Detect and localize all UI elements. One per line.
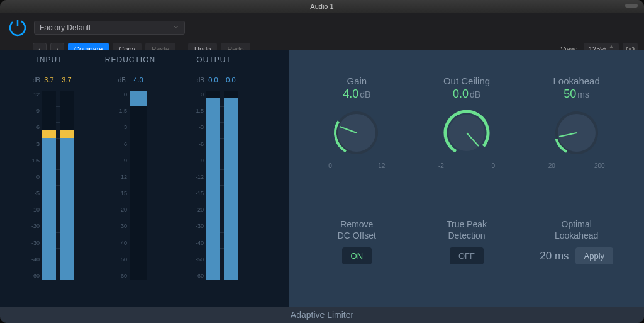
gain-value: 4.0dB — [343, 88, 370, 101]
chevron-down-icon: ﹀ — [173, 23, 179, 32]
reduction-bar — [130, 91, 147, 280]
lookahead-value: 50ms — [564, 88, 589, 101]
input-left-value: 3.7 — [40, 76, 58, 84]
gain-label: Gain — [347, 76, 367, 86]
input-meter-title: INPUT — [37, 55, 63, 65]
dc-offset-toggle[interactable]: ON — [342, 247, 372, 264]
input-scale: 129631.50-5-10-20-30-40-60 — [26, 91, 42, 280]
toolbar: Factory Default ﹀ ‹ › Compare Copy Paste… — [0, 13, 644, 50]
window-title: Audio 1 — [310, 3, 333, 10]
input-bar-right — [60, 91, 74, 280]
lookahead-label: Lookahead — [553, 76, 600, 86]
ceiling-label: Out Ceiling — [443, 76, 490, 86]
output-bars — [206, 91, 238, 280]
output-bar-right — [224, 91, 238, 280]
reduction-meter-title: REDUCTION — [105, 55, 155, 65]
gain-knob[interactable] — [331, 107, 382, 159]
optimal-lookahead-value: 20 ms — [540, 250, 569, 263]
reduction-bars — [130, 91, 147, 280]
reduction-scale: 01.536912152030405060 — [113, 91, 130, 280]
plugin-name-footer: Adaptive Limiter — [0, 307, 644, 323]
input-bars — [42, 91, 74, 280]
output-meter-title: OUTPUT — [196, 55, 231, 65]
true-peak-label: True PeakDetection — [447, 218, 487, 241]
meters-panel: INPUT dB 3.7 3.7 129631.50-5-10-20-30-40… — [0, 50, 289, 307]
output-left-value: 0.0 — [204, 76, 222, 84]
ceiling-control: Out Ceiling 0.0dB -20 — [416, 76, 518, 196]
dc-offset-label: RemoveDC Offset — [338, 218, 376, 241]
gain-control: Gain 4.0dB 012 — [306, 76, 408, 196]
output-right-value: 0.0 — [222, 76, 240, 84]
window-grip — [625, 4, 638, 8]
output-scale: 0-1.5-3-6-9-12-15-20-30-40-50-60 — [190, 91, 206, 280]
preset-name: Factory Default — [40, 23, 91, 32]
lookahead-ticks: 20200 — [548, 162, 605, 169]
input-db-label: dB — [24, 77, 40, 84]
output-db-label: dB — [188, 77, 204, 84]
reduction-db-label: dB — [109, 77, 126, 84]
input-right-value: 3.7 — [58, 76, 75, 84]
output-bar-left — [206, 91, 220, 280]
ceiling-knob[interactable] — [441, 107, 492, 159]
preset-select[interactable]: Factory Default ﹀ — [34, 21, 185, 35]
power-button[interactable] — [6, 16, 29, 39]
lookahead-control: Lookahead 50ms 20200 — [525, 76, 628, 196]
lookahead-knob[interactable] — [551, 107, 602, 159]
ceiling-ticks: -20 — [438, 162, 495, 169]
controls-panel: Gain 4.0dB 012 Out Ceiling — [289, 50, 644, 307]
ceiling-value: 0.0dB — [453, 88, 480, 101]
optimal-lookahead-label: OptimalLookahead — [555, 218, 598, 241]
dc-offset-control: RemoveDC Offset ON — [306, 218, 408, 291]
reduction-value: 4.0 — [126, 76, 151, 84]
input-bar-left — [42, 91, 56, 280]
optimal-lookahead-control: OptimalLookahead 20 ms Apply — [525, 218, 628, 291]
gain-ticks: 012 — [328, 162, 385, 169]
true-peak-toggle[interactable]: OFF — [450, 247, 484, 264]
apply-button[interactable]: Apply — [575, 247, 614, 264]
true-peak-control: True PeakDetection OFF — [416, 218, 518, 291]
titlebar[interactable]: Audio 1 — [0, 0, 644, 13]
